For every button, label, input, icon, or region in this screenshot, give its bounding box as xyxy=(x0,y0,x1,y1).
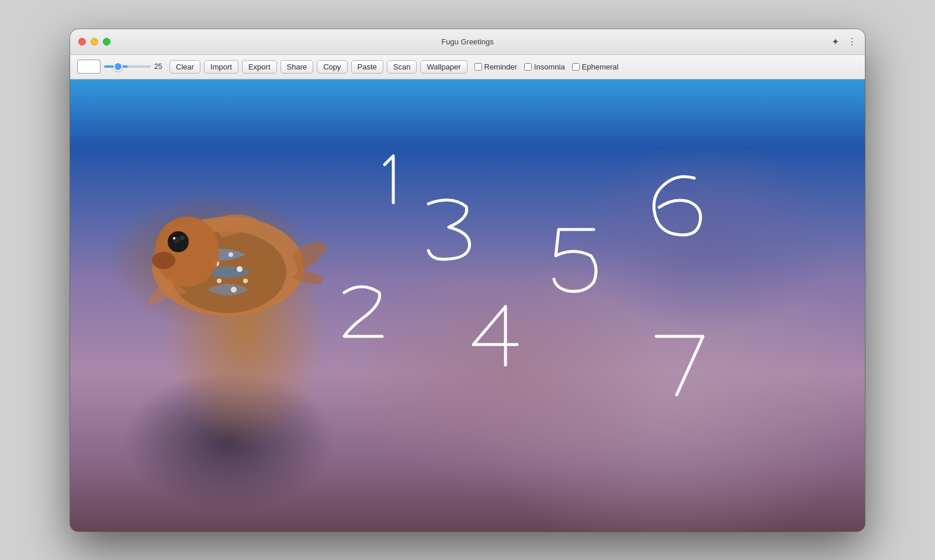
insomnia-checkbox-label[interactable]: Insomnia xyxy=(524,62,565,71)
toolbar: 25 Clear Import Export Share Copy Paste … xyxy=(70,55,865,79)
window-title: Fugu Greetings xyxy=(441,37,494,46)
ephemeral-checkbox-label[interactable]: Ephemeral xyxy=(572,62,619,71)
svg-point-5 xyxy=(217,279,221,283)
wallpaper-button[interactable]: Wallpaper xyxy=(420,60,467,74)
ephemeral-label: Ephemeral xyxy=(582,62,619,71)
fish-illustration xyxy=(117,138,339,383)
export-button[interactable]: Export xyxy=(242,60,277,74)
copy-button[interactable]: Copy xyxy=(317,60,347,74)
insomnia-label: Insomnia xyxy=(534,62,565,71)
svg-point-6 xyxy=(231,287,237,293)
reminder-checkbox[interactable] xyxy=(475,63,482,71)
svg-point-12 xyxy=(173,237,175,239)
maximize-button[interactable] xyxy=(103,38,110,46)
reminder-label: Reminder xyxy=(484,62,517,71)
share-button[interactable]: Share xyxy=(280,60,314,74)
checkboxes-group: Reminder Insomnia Ephemeral xyxy=(475,62,619,71)
color-picker[interactable] xyxy=(77,60,101,74)
size-slider-container: 25 xyxy=(104,62,166,71)
extensions-icon[interactable]: ✦ xyxy=(832,36,839,47)
close-button[interactable] xyxy=(78,38,86,46)
titlebar-controls: ✦ ⋮ xyxy=(832,36,857,47)
svg-point-9 xyxy=(155,217,219,287)
svg-point-8 xyxy=(243,279,248,283)
canvas-area[interactable] xyxy=(70,79,865,531)
insomnia-checkbox[interactable] xyxy=(524,63,532,71)
reminder-checkbox-label[interactable]: Reminder xyxy=(475,62,517,71)
titlebar: Fugu Greetings ✦ ⋮ xyxy=(70,29,865,55)
size-slider[interactable] xyxy=(104,65,151,68)
minimize-button[interactable] xyxy=(91,38,98,46)
scan-button[interactable]: Scan xyxy=(387,60,417,74)
import-button[interactable]: Import xyxy=(204,60,238,74)
traffic-lights xyxy=(78,38,110,46)
svg-point-4 xyxy=(237,266,243,272)
slider-value: 25 xyxy=(154,62,166,71)
clear-button[interactable]: Clear xyxy=(169,60,200,74)
svg-point-3 xyxy=(228,252,233,257)
ephemeral-checkbox[interactable] xyxy=(572,63,580,71)
menu-icon[interactable]: ⋮ xyxy=(847,36,857,47)
paste-button[interactable]: Paste xyxy=(351,60,383,74)
svg-point-13 xyxy=(180,235,185,240)
svg-point-14 xyxy=(152,252,175,269)
app-window: Fugu Greetings ✦ ⋮ 25 Clear Import Expor… xyxy=(70,29,865,531)
